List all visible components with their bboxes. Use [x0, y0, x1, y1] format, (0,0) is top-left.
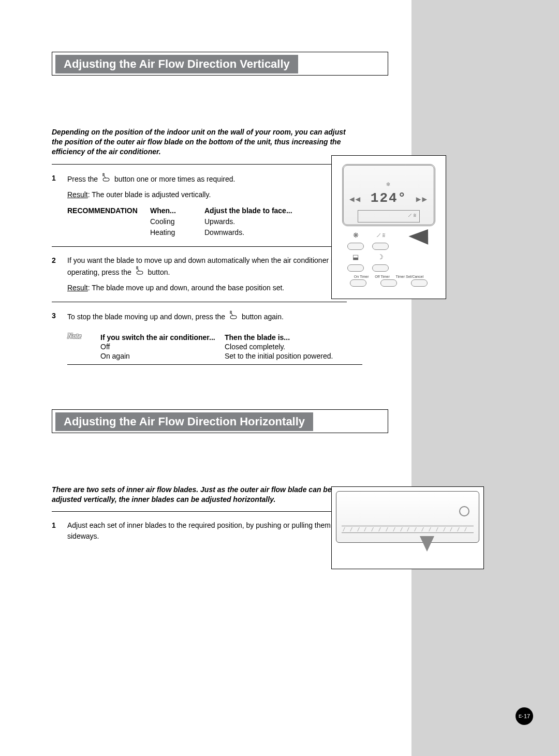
page-prefix: E-	[519, 714, 523, 719]
rec-header-3: Adjust the blade to face...	[204, 205, 347, 216]
section-title-1: Adjusting the Air Flow Direction Vertica…	[55, 55, 298, 73]
sidebar-background	[411, 0, 559, 756]
result-label: Result	[67, 190, 88, 199]
note-cell: Closed completely.	[225, 343, 362, 351]
rec-cell: Downwards.	[204, 227, 347, 238]
note-block: Note If you switch the air conditioner..…	[67, 329, 362, 361]
rec-header-1: RECOMMENDATION	[67, 205, 150, 216]
step-text: If you want the blade to move up and dow…	[67, 256, 336, 276]
section-title-2: Adjusting the Air Flow Direction Horizon…	[55, 412, 313, 431]
remote-button	[347, 243, 364, 250]
sleep-icon: ☽	[372, 253, 389, 261]
step-text: To stop the blade moving up and down, pr…	[67, 312, 227, 320]
remote-button	[411, 279, 428, 287]
arrow-right-icon: ▶▶	[416, 194, 428, 204]
remote-button	[372, 264, 389, 272]
swing-icon: ⟋≋	[372, 231, 389, 240]
step-1: 1 Press the button one or more times as …	[52, 168, 347, 243]
remote-label: Off Timer	[375, 275, 390, 278]
result-text: : The blade move up and down, around the…	[88, 284, 285, 292]
swing-icon	[100, 172, 112, 185]
rec-cell: Heating	[150, 227, 204, 238]
remote-label: On Timer	[354, 275, 369, 278]
rec-cell: Cooling	[150, 216, 204, 227]
remote-illustration: ◀◀ 124° ▶▶ ❋ ⟋≋ ⬓ ☽ On Timer Off Timer T…	[331, 155, 446, 299]
note-cell: Off	[100, 343, 225, 351]
note-cell: On again	[100, 352, 225, 360]
pointer-arrow-icon	[420, 536, 434, 552]
ac-unit	[336, 491, 479, 543]
step-2: 2 If you want the blade to move up and d…	[52, 250, 347, 299]
step-number: 2	[52, 255, 59, 293]
ac-vent	[342, 526, 474, 533]
rec-cell: Upwards.	[204, 216, 347, 227]
section-title-box: Adjusting the Air Flow Direction Vertica…	[52, 52, 388, 76]
intro-text-1: Depending on the position of the indoor …	[52, 127, 347, 157]
step-3: 3 To stop the blade moving up and down, …	[52, 305, 347, 329]
page-number-badge: E-17	[516, 707, 533, 725]
svg-rect-1	[137, 271, 143, 274]
section-title-box: Adjusting the Air Flow Direction Horizon…	[52, 409, 388, 433]
svg-rect-2	[230, 316, 237, 319]
intro-text-2: There are two sets of inner air flow bla…	[52, 485, 347, 505]
divider	[52, 246, 347, 247]
turbo-icon: ⬓	[347, 253, 364, 261]
step-text: Adjust each set of inner blades to the r…	[67, 520, 347, 542]
step-text: Press the	[67, 174, 100, 183]
recommendation-table: RECOMMENDATION When... Adjust the blade …	[67, 205, 347, 238]
step-number: 1	[52, 520, 59, 542]
remote-button	[347, 264, 364, 272]
note-cell: Set to the initial position powered.	[225, 352, 362, 360]
step-text: button again.	[242, 312, 284, 320]
horizontal-step-1: 1 Adjust each set of inner blades to the…	[52, 515, 347, 547]
divider	[67, 364, 362, 365]
rec-header-2: When...	[150, 205, 204, 216]
remote-button	[350, 279, 366, 287]
snowflake-icon	[386, 175, 391, 190]
page-number: 17	[524, 713, 530, 719]
divider	[52, 302, 347, 302]
arrow-left-icon: ◀◀	[349, 194, 361, 204]
step-number: 3	[52, 310, 59, 324]
step-text: button one or more times as required.	[114, 174, 235, 183]
step-number: 1	[52, 173, 59, 238]
remote-indicator-box	[358, 210, 420, 223]
ac-logo-circle	[459, 506, 469, 516]
divider	[52, 511, 347, 512]
ac-unit-illustration	[331, 486, 484, 569]
remote-label: Timer Set/Cancel	[395, 275, 423, 278]
remote-screen: ◀◀ 124° ▶▶	[342, 164, 435, 226]
remote-button	[380, 279, 397, 287]
remote-temperature: 124°	[371, 190, 407, 206]
note-header: Then the blade is...	[225, 333, 362, 342]
step-text: button.	[148, 268, 170, 276]
note-label: Note	[67, 332, 93, 360]
fan-icon: ❋	[347, 231, 364, 240]
swing-icon	[134, 265, 146, 278]
result-text: : The outer blade is adjusted vertically…	[88, 190, 211, 199]
svg-rect-0	[103, 178, 109, 181]
divider	[52, 164, 347, 165]
swing-icon	[227, 309, 240, 323]
result-label: Result	[67, 284, 88, 292]
remote-button	[372, 243, 389, 250]
note-header: If you switch the air conditioner...	[100, 333, 225, 342]
